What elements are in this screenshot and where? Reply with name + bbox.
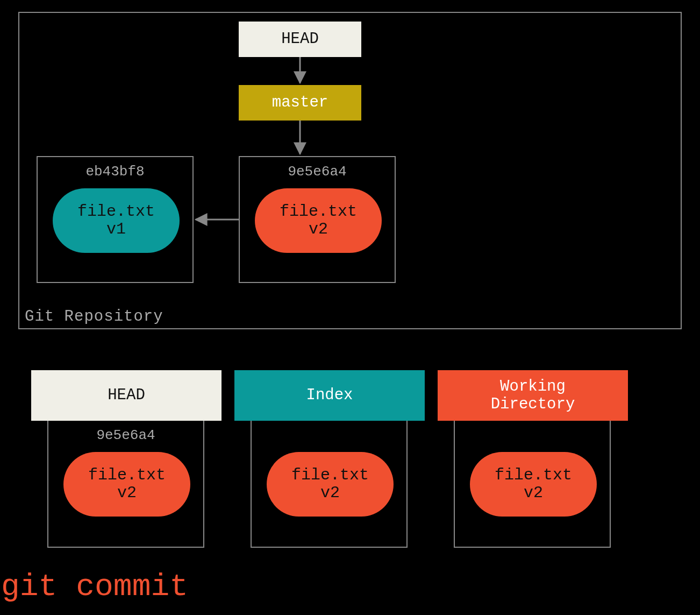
file-version: v2 bbox=[320, 484, 340, 502]
tree-frame-wd: file.txt v2 bbox=[454, 421, 611, 548]
tree-frame-index: file.txt v2 bbox=[251, 421, 408, 548]
file-version: v2 bbox=[117, 484, 137, 502]
tree-header-wd-label: Working Directory bbox=[491, 378, 575, 414]
commit-hash-eb43bf8: eb43bf8 bbox=[38, 164, 192, 180]
file-name: file.txt bbox=[495, 466, 572, 484]
file-pill-tree-head: file.txt v2 bbox=[63, 452, 190, 517]
ref-head: HEAD bbox=[239, 22, 361, 57]
commit-9e5e6a4: 9e5e6a4 file.txt v2 bbox=[239, 156, 396, 283]
tree-header-wd: Working Directory bbox=[438, 370, 628, 421]
file-pill-eb43bf8: file.txt v1 bbox=[53, 188, 180, 253]
file-name: file.txt bbox=[291, 466, 369, 484]
git-command: git commit bbox=[1, 569, 188, 604]
file-version: v2 bbox=[309, 221, 328, 238]
ref-branch-label: master bbox=[272, 94, 328, 111]
file-version: v2 bbox=[524, 484, 543, 502]
file-name: file.txt bbox=[88, 466, 166, 484]
file-pill-tree-index: file.txt v2 bbox=[267, 452, 394, 517]
file-name: file.txt bbox=[280, 203, 357, 221]
repository-label: Git Repository bbox=[25, 308, 163, 326]
commit-eb43bf8: eb43bf8 file.txt v1 bbox=[37, 156, 194, 283]
commit-hash-9e5e6a4: 9e5e6a4 bbox=[240, 164, 395, 180]
tree-header-head: HEAD bbox=[31, 370, 222, 421]
tree-hash-head: 9e5e6a4 bbox=[48, 427, 203, 443]
tree-frame-head: 9e5e6a4 file.txt v2 bbox=[47, 421, 204, 548]
file-name: file.txt bbox=[77, 203, 155, 221]
ref-head-label: HEAD bbox=[281, 30, 319, 48]
file-pill-9e5e6a4: file.txt v2 bbox=[255, 188, 382, 253]
tree-header-index-label: Index bbox=[306, 386, 353, 404]
tree-header-index: Index bbox=[234, 370, 425, 421]
file-version: v1 bbox=[106, 221, 126, 238]
tree-header-head-label: HEAD bbox=[108, 386, 145, 404]
ref-branch-master: master bbox=[239, 85, 361, 121]
file-pill-tree-wd: file.txt v2 bbox=[470, 452, 597, 517]
